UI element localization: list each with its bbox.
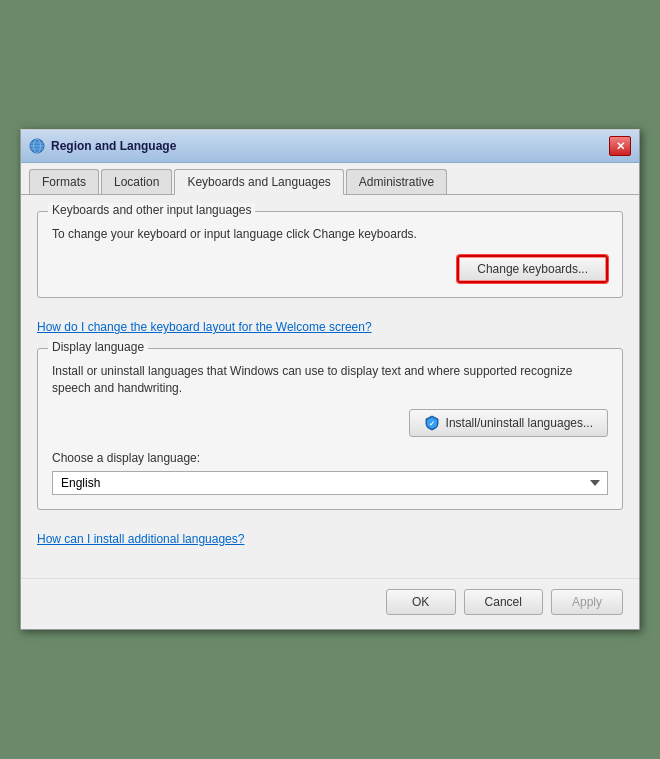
display-language-group-label: Display language — [48, 340, 148, 354]
install-btn-row: ✓ Install/uninstall languages... — [52, 409, 608, 437]
choose-label: Choose a display language: — [52, 451, 608, 465]
language-dropdown-wrapper: English — [52, 471, 608, 495]
keyboards-group-body: To change your keyboard or input languag… — [52, 226, 608, 283]
tab-administrative[interactable]: Administrative — [346, 169, 447, 194]
title-bar-left: Region and Language — [29, 138, 176, 154]
tab-formats[interactable]: Formats — [29, 169, 99, 194]
footer: OK Cancel Apply — [21, 578, 639, 629]
change-keyboards-button[interactable]: Change keyboards... — [457, 255, 608, 283]
bottom-link-area: How can I install additional languages? — [37, 524, 623, 546]
tab-location[interactable]: Location — [101, 169, 172, 194]
svg-text:✓: ✓ — [429, 419, 435, 426]
main-content: Keyboards and other input languages To c… — [21, 195, 639, 577]
choose-label-text: Choose a display language: — [52, 451, 200, 465]
tab-bar: Formats Location Keyboards and Languages… — [21, 163, 639, 195]
display-language-description: Install or uninstall languages that Wind… — [52, 363, 608, 397]
tab-keyboards-languages[interactable]: Keyboards and Languages — [174, 169, 343, 195]
keyboards-group: Keyboards and other input languages To c… — [37, 211, 623, 298]
welcome-screen-link[interactable]: How do I change the keyboard layout for … — [37, 320, 372, 334]
close-button[interactable]: ✕ — [609, 136, 631, 156]
cancel-button[interactable]: Cancel — [464, 589, 543, 615]
install-languages-link[interactable]: How can I install additional languages? — [37, 532, 244, 546]
keyboards-group-label: Keyboards and other input languages — [48, 203, 255, 217]
display-language-group: Display language Install or uninstall la… — [37, 348, 623, 510]
apply-button[interactable]: Apply — [551, 589, 623, 615]
shield-icon: ✓ — [424, 415, 440, 431]
window-icon — [29, 138, 45, 154]
language-dropdown[interactable]: English — [52, 471, 608, 495]
change-keyboards-row: Change keyboards... — [52, 255, 608, 283]
ok-button[interactable]: OK — [386, 589, 456, 615]
keyboards-description: To change your keyboard or input languag… — [52, 226, 608, 243]
install-uninstall-button[interactable]: ✓ Install/uninstall languages... — [409, 409, 608, 437]
region-language-window: Region and Language ✕ Formats Location K… — [20, 129, 640, 629]
title-bar: Region and Language ✕ — [21, 130, 639, 163]
display-language-group-body: Install or uninstall languages that Wind… — [52, 363, 608, 495]
window-title: Region and Language — [51, 139, 176, 153]
install-uninstall-label: Install/uninstall languages... — [446, 416, 593, 430]
